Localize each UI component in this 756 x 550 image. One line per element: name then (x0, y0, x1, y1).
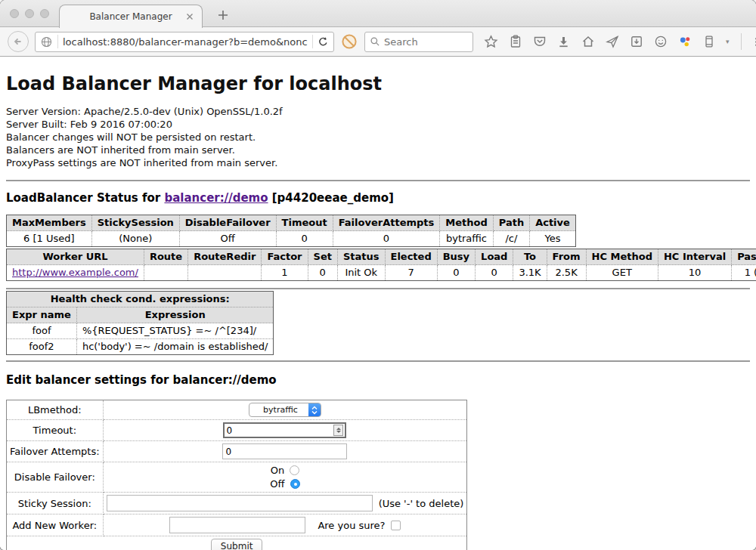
inherit-warning-line: Balancers are NOT inherited from main se… (6, 144, 750, 156)
cell-expr-name: foof2 (7, 339, 77, 355)
pocket-icon[interactable] (532, 35, 547, 49)
cell-worker-url: http://www.example.com/ (7, 265, 144, 281)
chevron-down-icon[interactable]: ▾ (726, 38, 730, 45)
add-worker-row: Add New Worker: Are you sure? (7, 514, 467, 536)
browser-window: Balancer Manager (0, 0, 756, 550)
reading-list-icon[interactable] (508, 35, 522, 49)
back-arrow-icon (12, 36, 24, 48)
number-stepper-icon[interactable] (333, 425, 343, 436)
search-bar[interactable] (364, 32, 473, 52)
tab-close-icon[interactable] (185, 12, 194, 21)
balancer-demo-link[interactable]: balancer://demo (164, 191, 268, 205)
timeout-input-wrapper (223, 422, 346, 438)
page-content: Load Balancer Manager for localhost Serv… (0, 57, 756, 550)
lbmethod-label: LBmethod: (7, 400, 104, 420)
sticky-session-hint: (Use '-' to delete) (379, 498, 464, 509)
cell-set: 0 (308, 265, 337, 281)
column-header: From (547, 249, 586, 265)
urlbar-divider (57, 35, 58, 48)
column-header: Active (530, 215, 576, 231)
health-expr-row: foof2 hc('body') =~ /domain is establish… (7, 339, 274, 355)
cell-expression: %{REQUEST_STATUS} =~ /^[234]/ (76, 323, 274, 339)
section-divider (6, 288, 750, 289)
timeout-row: Timeout: (7, 420, 467, 441)
content-block-icon[interactable] (340, 32, 358, 51)
health-table-header-row: Expr nameExpression (7, 307, 274, 323)
worker-table-row: http://www.example.com/ 1 0 Init Ok 7 0 … (7, 265, 756, 281)
worker-status-table: Worker URLRouteRouteRedirFactorSetStatus… (6, 249, 756, 281)
add-worker-input[interactable] (169, 517, 305, 533)
toolbar-icon-row: ▾ (484, 33, 756, 50)
new-tab-icon[interactable] (215, 8, 231, 23)
health-expr-row: foof %{REQUEST_STATUS} =~ /^[234]/ (7, 323, 274, 339)
container-icon[interactable] (702, 35, 716, 49)
column-header: Set (308, 249, 337, 265)
cell-to: 3.1K (513, 265, 547, 281)
url-bar[interactable] (35, 32, 334, 52)
server-version-line: Server Version: Apache/2.5.0-dev (Unix) … (6, 105, 750, 118)
colored-dots-extension-icon[interactable] (677, 35, 692, 49)
sticky-session-input[interactable] (107, 495, 373, 511)
search-input[interactable] (384, 36, 468, 48)
timeout-label: Timeout: (7, 420, 104, 441)
disable-failover-on-radio[interactable] (290, 465, 299, 475)
edit-balancer-form: LBmethod: bytraffic Timeout: (6, 400, 467, 550)
column-header: HC Method (586, 249, 658, 265)
status-heading-prefix: LoadBalancer Status for (6, 191, 164, 205)
tab-balancer-manager[interactable]: Balancer Manager (59, 5, 203, 28)
minimize-window-icon[interactable] (25, 9, 34, 18)
send-tab-icon[interactable] (605, 35, 619, 49)
downloads-icon[interactable] (556, 35, 571, 49)
column-header: Busy (437, 249, 475, 265)
site-globe-icon (40, 36, 53, 48)
chat-smiley-icon[interactable] (653, 35, 668, 49)
cell-status: Init Ok (337, 265, 385, 281)
are-you-sure-checkbox[interactable] (391, 521, 401, 530)
zoom-window-icon[interactable] (40, 9, 49, 18)
cell-passes: 1 (0) (732, 265, 756, 281)
column-header: Expr name (7, 307, 77, 323)
bookmark-star-icon[interactable] (484, 35, 498, 49)
cell-hc-method: GET (586, 265, 658, 281)
url-input[interactable] (63, 36, 308, 48)
server-built-line: Server Built: Feb 9 2016 07:00:20 (6, 118, 750, 131)
cell-routeredir (188, 265, 262, 281)
radio-on-label: On (271, 465, 284, 476)
failover-attempts-label: Failover Attempts: (7, 441, 104, 462)
failover-attempts-input[interactable] (222, 443, 347, 459)
home-icon[interactable] (581, 35, 595, 49)
column-header: FailoverAttempts (333, 215, 440, 231)
page-title: Load Balancer Manager for localhost (6, 73, 750, 94)
worker-url-link[interactable]: http://www.example.com/ (12, 267, 138, 278)
toolbar-divider (741, 33, 742, 50)
lbmethod-selected-value: bytraffic (249, 403, 308, 416)
tab-title: Balancer Manager (89, 11, 172, 22)
save-to-device-icon[interactable] (629, 35, 643, 49)
select-stepper-icon (308, 403, 321, 416)
timeout-input[interactable] (226, 425, 333, 436)
balancer-status-table: MaxMembersStickySessionDisableFailoverTi… (6, 215, 576, 247)
sticky-session-label: Sticky Session: (7, 493, 104, 514)
failover-attempts-row: Failover Attempts: (7, 441, 467, 462)
column-header: StickySession (91, 215, 179, 231)
column-header: Timeout (276, 215, 333, 231)
menu-hamburger-icon[interactable] (753, 35, 756, 49)
cell-expr-name: foof (7, 323, 77, 339)
reload-icon[interactable] (318, 36, 329, 48)
cell-failoverattempts: 0 (333, 231, 440, 247)
close-window-icon[interactable] (10, 9, 19, 18)
back-button[interactable] (8, 31, 29, 52)
lbmethod-row: LBmethod: bytraffic (7, 400, 467, 420)
radio-off-label: Off (270, 478, 284, 490)
column-header: Status (337, 249, 385, 265)
health-table-title: Health check cond. expressions: (7, 292, 274, 307)
proxypass-warning-line: ProxyPass settings are NOT inherited fro… (6, 156, 750, 169)
submit-button[interactable]: Submit (211, 539, 263, 550)
submit-row: Submit (7, 536, 467, 550)
lbmethod-select[interactable]: bytraffic (249, 403, 321, 417)
navigation-toolbar: ▾ (0, 27, 756, 57)
column-header: RouteRedir (188, 249, 262, 265)
section-divider (6, 180, 750, 181)
disable-failover-off-radio[interactable] (290, 479, 300, 489)
cell-factor: 1 (262, 265, 308, 281)
